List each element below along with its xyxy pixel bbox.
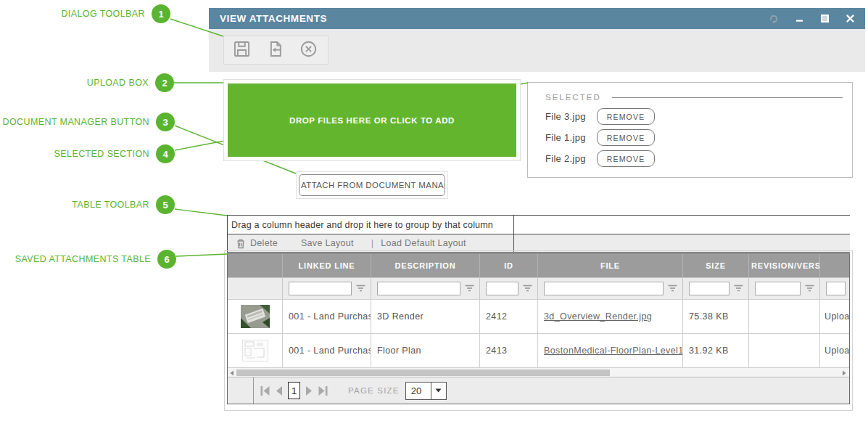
selected-file-name: File 1.jpg: [545, 132, 593, 143]
filter-cell-revision: [749, 278, 820, 299]
filter-input-description[interactable]: [377, 282, 460, 295]
cell-id: 2413: [480, 333, 538, 367]
callout-label: SAVED ATTACHMENTS TABLE: [15, 254, 151, 264]
selected-heading-row: SELECTED: [545, 93, 843, 102]
cancel-icon[interactable]: [299, 39, 318, 62]
cell-uploaded: Uploa: [820, 333, 849, 367]
remove-button[interactable]: REMOVE: [597, 108, 655, 125]
table-header-row: LINKED LINE DESCRIPTION ID FILE SIZE REV…: [228, 254, 849, 277]
maximize-icon[interactable]: [819, 14, 830, 24]
file-link[interactable]: 3d_Overview_Render.jpg: [544, 311, 652, 322]
upload-dropzone[interactable]: DROP FILES HERE OR CLICK TO ADD: [228, 83, 516, 157]
3d-render-thumbnail: [241, 305, 270, 328]
table-row[interactable]: 001 - Land Purchas Floor Plan 2413 Bosto…: [228, 333, 849, 367]
callout-upload-box: UPLOAD BOX 2: [0, 73, 174, 92]
cell-file: BostonMedical-FloorPlan-Level1.pdf: [538, 333, 683, 367]
import-icon[interactable]: [265, 39, 285, 62]
filter-icon[interactable]: [804, 282, 815, 295]
remove-button[interactable]: REMOVE: [597, 150, 655, 167]
table-filter-row: [228, 277, 849, 299]
dialog-toolbar: [209, 29, 865, 72]
floor-plan-thumbnail: [242, 340, 268, 361]
delete-button[interactable]: Delete: [236, 238, 278, 249]
cell-description: 3D Render: [371, 299, 480, 333]
column-header-uploaded[interactable]: [820, 254, 849, 277]
scroll-left-arrow[interactable]: [228, 369, 235, 376]
minimize-icon[interactable]: [794, 14, 804, 24]
file-link[interactable]: BostonMedical-FloorPlan-Level1.pdf: [544, 346, 683, 356]
current-page-indicator[interactable]: 1: [288, 382, 300, 399]
selected-section: SELECTED File 3.jpg REMOVE File 1.jpg RE…: [527, 82, 853, 178]
filter-icon[interactable]: [522, 282, 533, 295]
upload-box-frame: DROP FILES HERE OR CLICK TO ADD: [223, 79, 521, 161]
callout-selected-section: SELECTED SECTION 4: [0, 144, 175, 163]
last-page-icon[interactable]: [318, 385, 328, 396]
selected-file-row: File 2.jpg REMOVE: [545, 150, 655, 167]
callout-saved-attachments-table: SAVED ATTACHMENTS TABLE 6: [0, 250, 176, 269]
dialog-toolbar-icon-group: [223, 36, 328, 65]
close-icon[interactable]: [845, 14, 855, 24]
cell-thumbnail: [228, 299, 283, 333]
save-icon[interactable]: [232, 39, 252, 62]
load-default-layout-button[interactable]: Load Default Layout: [381, 238, 466, 248]
save-layout-button[interactable]: Save Layout: [301, 238, 354, 248]
trash-icon: [236, 238, 246, 249]
filter-icon[interactable]: [464, 282, 475, 295]
refresh-icon[interactable]: [769, 14, 779, 24]
page-size-dropdown[interactable]: 20: [405, 382, 447, 400]
filter-icon[interactable]: [733, 282, 744, 295]
column-header-description[interactable]: DESCRIPTION: [371, 254, 480, 277]
cell-size: 75.38 KB: [683, 299, 749, 333]
selected-heading-rule: [612, 97, 843, 98]
selected-file-name: File 2.jpg: [545, 153, 593, 164]
column-header-size[interactable]: SIZE: [683, 254, 749, 277]
scrollbar-thumb[interactable]: [236, 369, 610, 376]
delete-label: Delete: [250, 238, 278, 248]
save-layout-label: Save Layout: [301, 238, 354, 248]
filter-cell-description: [371, 278, 480, 299]
window-buttons: [769, 8, 855, 29]
column-header-id[interactable]: ID: [480, 254, 538, 277]
previous-page-icon[interactable]: [275, 385, 284, 396]
dialog-title: VIEW ATTACHMENTS: [209, 13, 327, 24]
column-header-thumbnail[interactable]: [228, 254, 283, 277]
first-page-icon[interactable]: [260, 385, 270, 396]
group-by-drop-area[interactable]: Drag a column header and drop it here to…: [227, 215, 850, 234]
filter-input-revision[interactable]: [755, 282, 801, 295]
callout-document-manager-button: DOCUMENT MANAGER BUTTON 3: [0, 113, 175, 131]
selected-file-name: File 3.jpg: [545, 111, 593, 122]
cell-file: 3d_Overview_Render.jpg: [538, 299, 683, 333]
pager-divider: [253, 377, 254, 404]
filter-input-linked-line[interactable]: [289, 282, 352, 295]
filter-input-file[interactable]: [544, 282, 664, 295]
cell-revision: [749, 333, 820, 367]
filter-icon[interactable]: [355, 282, 366, 295]
table-row[interactable]: 001 - Land Purchas 3D Render 2412 3d_Ove…: [228, 299, 849, 333]
attach-from-document-manager-button[interactable]: ATTACH FROM DOCUMENT MANAGER: [299, 174, 445, 196]
column-header-revision-version[interactable]: REVISION/VERSION: [749, 254, 820, 277]
filter-cell-id: [480, 278, 538, 299]
filter-icon[interactable]: [667, 282, 678, 295]
selected-file-row: File 3.jpg REMOVE: [545, 108, 655, 125]
filter-input-size[interactable]: [689, 282, 729, 295]
table-pager: 1 PAGE SIZE 20: [228, 377, 849, 404]
page-size-value: 20: [406, 383, 431, 399]
scroll-right-arrow[interactable]: [840, 369, 847, 376]
cell-revision: [749, 299, 820, 333]
filter-input-uploaded[interactable]: [826, 282, 846, 295]
table-toolbar-area: Drag a column header and drop it here to…: [227, 215, 850, 253]
remove-button[interactable]: REMOVE: [597, 129, 655, 146]
next-page-icon[interactable]: [305, 385, 313, 396]
filter-input-id[interactable]: [486, 282, 518, 295]
column-header-linked-line[interactable]: LINKED LINE: [283, 254, 371, 277]
page-size-label: PAGE SIZE: [348, 386, 400, 395]
toolbar-divider: |: [371, 238, 374, 248]
horizontal-scrollbar: [228, 367, 849, 377]
filter-cell-file: [538, 278, 683, 299]
callout-table-toolbar: TABLE TOOLBAR 5: [0, 195, 175, 214]
callout-number-badge: 1: [152, 4, 170, 23]
column-header-file[interactable]: FILE: [538, 254, 683, 277]
saved-attachments-table: LINKED LINE DESCRIPTION ID FILE SIZE REV…: [227, 253, 850, 404]
callout-number-badge: 2: [155, 73, 174, 92]
callout-label: DIALOG TOOLBAR: [61, 9, 145, 19]
